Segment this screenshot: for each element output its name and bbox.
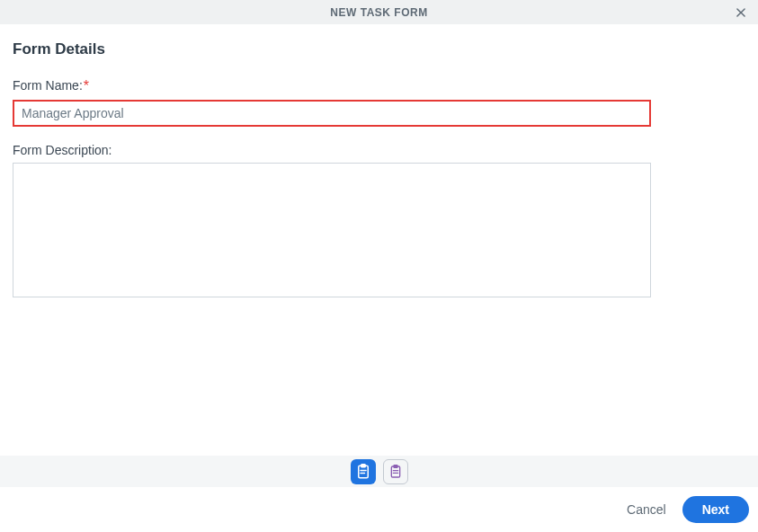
- modal-title: NEW TASK FORM: [330, 6, 427, 19]
- form-details-icon: [355, 464, 371, 480]
- form-description-textarea[interactable]: [13, 163, 651, 297]
- section-title: Form Details: [13, 40, 745, 58]
- close-icon: [735, 6, 747, 19]
- modal-footer: Cancel Next: [0, 487, 758, 532]
- close-button[interactable]: [733, 4, 749, 21]
- required-indicator: *: [84, 78, 89, 93]
- form-name-label: Form Name:*: [13, 78, 745, 94]
- svg-rect-3: [361, 464, 365, 466]
- form-description-label: Form Description:: [13, 143, 745, 157]
- step-indicator-bar: [0, 456, 758, 487]
- next-button[interactable]: Next: [682, 496, 749, 523]
- step-form-fields[interactable]: [383, 459, 408, 484]
- step-form-details[interactable]: [351, 459, 376, 484]
- svg-rect-7: [394, 465, 397, 467]
- form-name-input[interactable]: [13, 100, 651, 127]
- form-content: Form Details Form Name:* Form Descriptio…: [0, 24, 758, 301]
- modal-header: NEW TASK FORM: [0, 0, 758, 24]
- cancel-button[interactable]: Cancel: [627, 502, 666, 517]
- form-fields-icon: [388, 465, 403, 479]
